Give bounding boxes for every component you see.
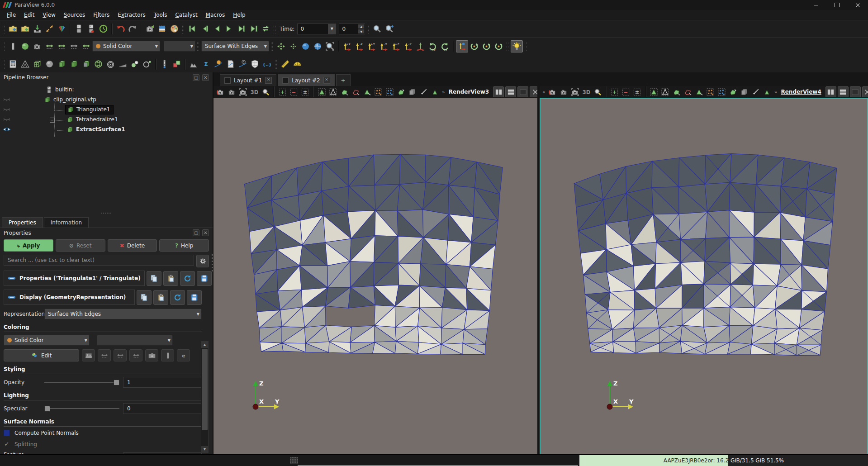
paste-properties-button[interactable] — [163, 271, 178, 286]
pipeline-item-clip-original-vtp[interactable]: clip_original.vtp — [0, 95, 213, 105]
stream-tracer-with-custom-source-button[interactable] — [141, 58, 153, 70]
probe-location-button[interactable] — [158, 58, 171, 70]
select-block-button[interactable] — [716, 86, 727, 97]
threshold-button[interactable] — [43, 58, 56, 70]
split-vertical-button[interactable] — [838, 86, 849, 97]
menu-edit[interactable]: Edit — [20, 10, 38, 19]
close-view-button[interactable] — [862, 86, 868, 97]
adjust-camera-button[interactable] — [493, 40, 505, 52]
color-array-select[interactable]: ▼ — [97, 335, 173, 346]
rescale-to-visible-range-small-button[interactable] — [129, 349, 142, 361]
render-viewport[interactable]: ZYX — [540, 98, 868, 455]
eye-hidden-icon[interactable] — [0, 95, 14, 104]
close-view-button[interactable] — [530, 86, 537, 97]
capture-view-button[interactable] — [226, 86, 237, 97]
show-color-legend-button[interactable] — [161, 349, 174, 361]
color-array-combo[interactable]: ▼ — [164, 41, 195, 52]
calculator-button[interactable] — [7, 58, 19, 70]
reset-camera-closest-button[interactable] — [287, 40, 299, 52]
select-cells-on-surface-button[interactable] — [316, 86, 327, 97]
float-panel-icon[interactable]: ▢ — [193, 74, 199, 81]
scroll-down-icon[interactable]: ▼ — [201, 446, 208, 452]
panel-splitter-handle[interactable] — [0, 210, 213, 216]
stream-tracer-button[interactable] — [80, 58, 92, 70]
undo-button[interactable] — [114, 23, 127, 35]
close-button[interactable] — [847, 0, 868, 10]
close-panel-icon[interactable]: ✕ — [202, 229, 209, 236]
tree-expander-icon[interactable] — [50, 118, 55, 123]
properties-scrollbar[interactable]: ▲ ▼ — [201, 341, 209, 453]
auto-apply-button[interactable] — [97, 23, 109, 35]
spin-up-icon[interactable]: ▲ — [358, 24, 364, 29]
histogram-button[interactable] — [188, 58, 200, 70]
chevron-down-icon[interactable]: ▼ — [328, 24, 336, 34]
save-screenshot-button[interactable] — [215, 86, 226, 97]
apply-button[interactable]: ⤷Apply — [4, 239, 53, 252]
connect-button[interactable] — [73, 23, 85, 35]
toolbar-grip[interactable] — [2, 41, 5, 51]
close-icon[interactable]: ✕ — [265, 77, 272, 84]
chevron-right-icon[interactable]: » — [441, 89, 446, 95]
time-value-combo[interactable]: 0 ▼ — [297, 24, 336, 34]
save-data-button[interactable] — [19, 23, 31, 35]
extract-selection-button[interactable] — [249, 58, 261, 70]
loop-button[interactable] — [260, 23, 272, 35]
select-points-through-button[interactable] — [350, 86, 361, 97]
close-panel-icon[interactable]: ✕ — [202, 74, 209, 81]
opacity-slider[interactable] — [44, 377, 119, 388]
slider-handle[interactable] — [44, 406, 50, 412]
set-view-plus-y-button[interactable]: +Y — [365, 40, 378, 52]
toggle-selection-button[interactable]: ± — [632, 86, 643, 97]
interactive-select-points-button[interactable] — [739, 86, 750, 97]
statusbar-grip[interactable] — [290, 457, 298, 464]
zoom-closest-view-button[interactable] — [312, 40, 324, 52]
toolbar-grip[interactable] — [366, 24, 370, 34]
toggle-color-legend-button[interactable] — [7, 40, 19, 52]
rescale-to-custom-range-button[interactable] — [56, 40, 68, 52]
play-backwards-button[interactable] — [211, 23, 223, 35]
pipeline-item-builtin-[interactable]: builtin: — [0, 85, 213, 95]
set-view-plus-x-button[interactable]: +X — [341, 40, 353, 52]
split-horizontal-button[interactable] — [825, 86, 836, 97]
close-icon[interactable]: ✕ — [323, 77, 330, 84]
add-selection-button[interactable]: + — [609, 86, 620, 97]
eye-empty-slot[interactable] — [0, 85, 14, 94]
specular-slider[interactable] — [44, 403, 119, 414]
chevron-left-icon[interactable]: « — [541, 89, 547, 95]
zoom-to-box-button[interactable] — [260, 86, 271, 97]
add-layout-tab[interactable]: + — [336, 74, 351, 86]
extract-subset-button[interactable] — [56, 58, 68, 70]
extract-block-button[interactable] — [171, 58, 183, 70]
glyph-with-custom-source-button[interactable] — [129, 58, 141, 70]
zoom-to-box-button[interactable] — [324, 40, 336, 52]
eye-hidden-icon[interactable] — [0, 105, 14, 114]
color-by-select[interactable]: Solid Color ▼ — [4, 335, 90, 346]
glyph-button[interactable] — [68, 58, 80, 70]
pipeline-item-extractsurface1[interactable]: ExtractSurface1 — [0, 124, 213, 134]
dock-splitter-grip[interactable] — [211, 253, 213, 273]
toolbar-grip[interactable] — [197, 41, 200, 51]
plot-over-line-button[interactable] — [212, 58, 224, 70]
render-mesh[interactable] — [540, 98, 868, 455]
slider-handle[interactable] — [114, 380, 119, 385]
select-cells-polygon-button[interactable] — [694, 86, 705, 97]
toolbar-grip[interactable] — [273, 24, 276, 34]
rescale-to-visible-range-button[interactable] — [80, 40, 92, 52]
toolbar-grip[interactable] — [2, 24, 5, 34]
select-points-on-surface-button[interactable] — [327, 86, 338, 97]
interactive-select-cells-button[interactable] — [728, 86, 739, 97]
layout-tab-2[interactable]: Layout #2✕ — [278, 74, 334, 86]
apply-isometric-view-button[interactable] — [414, 40, 427, 52]
menu-view[interactable]: View — [38, 10, 59, 19]
select-points-polygon-button[interactable] — [373, 86, 384, 97]
rotate-90-clockwise-button[interactable]: +90 — [427, 40, 439, 52]
compute-point-normals-checkbox[interactable] — [4, 430, 10, 436]
gear-icon[interactable] — [196, 255, 209, 267]
zoom-to-data-button[interactable] — [371, 23, 383, 35]
scrollbar-thumb[interactable] — [202, 349, 208, 430]
save-screenshot-button[interactable] — [547, 86, 558, 97]
view-title-renderview3[interactable]: RenderView3 — [449, 89, 489, 95]
rescale-to-data-range-button[interactable] — [43, 40, 56, 52]
rotate-90-counterclockwise-button[interactable]: -90 — [439, 40, 451, 52]
plot-data-over-time-button[interactable] — [237, 58, 249, 70]
